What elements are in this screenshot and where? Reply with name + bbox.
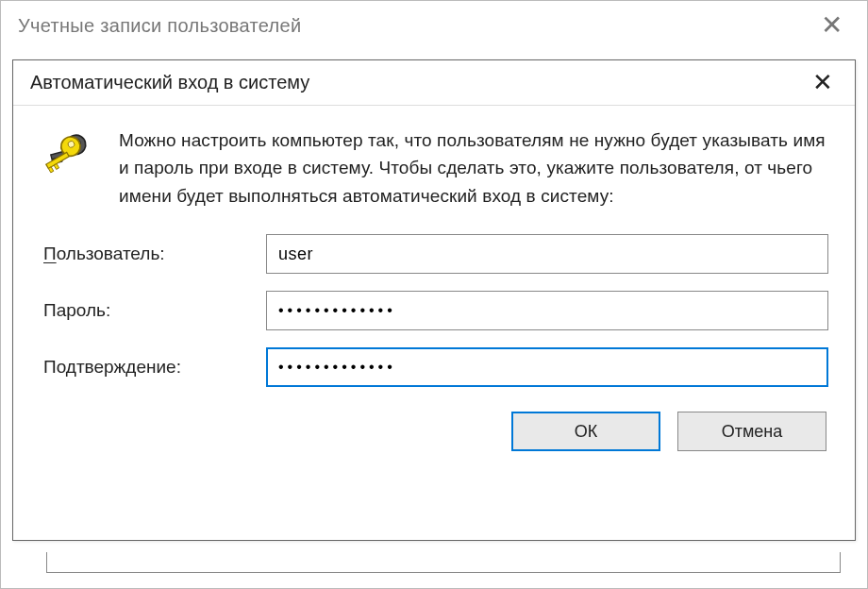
parent-close-button[interactable]: ✕ [812, 7, 850, 44]
autologin-dialog: Автоматический вход в систему ✕ [12, 59, 856, 541]
confirm-input[interactable] [266, 347, 828, 387]
parent-title: Учетные записи пользователей [18, 15, 301, 37]
user-label-rest: ользователь: [57, 244, 165, 263]
user-label: Пользователь: [42, 244, 266, 264]
dialog-close-button[interactable]: ✕ [804, 68, 842, 97]
button-row: ОК Отмена [42, 412, 828, 451]
parent-titlebar: Учетные записи пользователей ✕ [1, 1, 867, 50]
dialog-body: Можно настроить компьютер так, что польз… [13, 106, 855, 468]
cancel-button[interactable]: Отмена [677, 412, 826, 451]
password-label: Пароль: [42, 300, 266, 321]
intro-row: Можно настроить компьютер так, что польз… [42, 126, 828, 210]
svg-rect-8 [48, 167, 53, 173]
parent-window: Учетные записи пользователей ✕ Автоматич… [0, 0, 868, 589]
background-groupbox-fragment [46, 552, 841, 573]
keys-icon [42, 130, 92, 181]
password-input[interactable] [266, 291, 828, 330]
ok-button[interactable]: ОК [511, 412, 660, 451]
user-input[interactable] [266, 234, 828, 274]
dialog-title: Автоматический вход в систему [30, 72, 309, 93]
confirm-row: Подтверждение: [42, 347, 828, 387]
dialog-titlebar: Автоматический вход в систему ✕ [13, 60, 855, 106]
user-label-accel: П [43, 244, 57, 263]
confirm-label: Подтверждение: [42, 357, 266, 378]
intro-text: Можно настроить компьютер так, что польз… [119, 126, 828, 210]
user-row: Пользователь: [42, 234, 828, 274]
password-row: Пароль: [42, 291, 828, 330]
svg-rect-9 [54, 163, 58, 169]
